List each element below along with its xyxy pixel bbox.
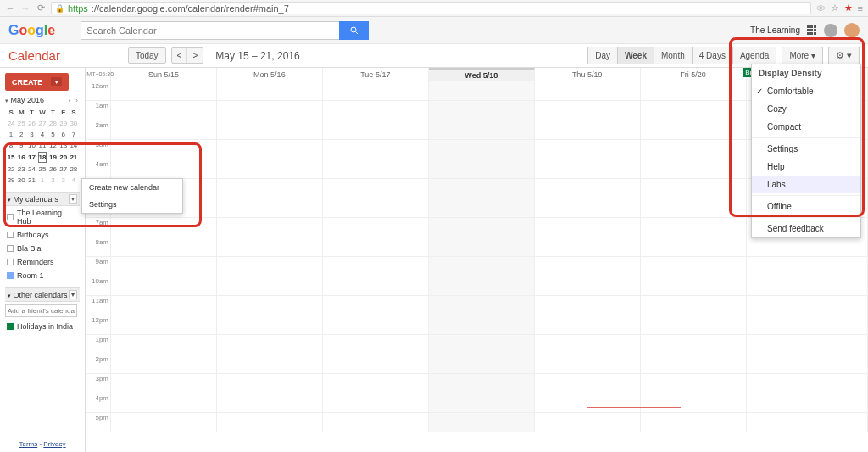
notifications-icon[interactable] xyxy=(824,24,837,37)
view-switcher: Day Week Month 4 Days Agenda xyxy=(587,47,776,64)
view-month[interactable]: Month xyxy=(654,47,693,64)
mini-collapse-icon[interactable]: ▾ xyxy=(5,98,8,103)
main-content: CREATE▼ ▾ May 2016 ‹ › SMTWTFS 242526272… xyxy=(0,68,868,452)
lock-icon: 🔒 xyxy=(55,4,64,13)
mini-calendar-title: ▾ May 2016 ‹ › xyxy=(5,96,80,104)
sidebar: CREATE▼ ▾ May 2016 ‹ › SMTWTFS 242526272… xyxy=(0,68,85,452)
calendar-item-room1[interactable]: Room 1 xyxy=(5,269,80,282)
calendar-label: Room 1 xyxy=(17,271,44,280)
more-menu-button[interactable]: More ▾ xyxy=(782,47,823,64)
density-compact[interactable]: Compact xyxy=(752,118,860,136)
date-nav: < > xyxy=(171,47,204,64)
calendar-label: Reminders xyxy=(17,258,54,266)
calendar-item-reminders[interactable]: Reminders xyxy=(5,255,80,269)
date-range-label: May 15 – 21, 2016 xyxy=(215,50,299,62)
browser-menu-icon[interactable]: ≡ xyxy=(858,3,863,14)
other-calendars-label: Other calendars xyxy=(14,291,68,299)
create-button[interactable]: CREATE▼ xyxy=(5,73,69,91)
menu-settings[interactable]: Settings xyxy=(752,140,860,158)
apps-grid-icon[interactable] xyxy=(807,25,817,36)
calendar-toolbar: Calendar Today < > May 15 – 21, 2016 Day… xyxy=(0,44,868,68)
star-fill-icon[interactable]: ★ xyxy=(844,3,853,14)
day-header-thu[interactable]: Thu 5/19 xyxy=(535,68,641,81)
create-label: CREATE xyxy=(12,78,42,86)
settings-dropdown: Display Density Comfortable Cozy Compact… xyxy=(751,64,861,238)
google-logo[interactable]: Google xyxy=(8,23,55,38)
add-friend-calendar-input[interactable] xyxy=(5,304,77,317)
create-dropdown-icon: ▼ xyxy=(51,77,62,86)
calendar-item-blabla[interactable]: Bla Bla xyxy=(5,242,80,255)
star-outline-icon[interactable]: ☆ xyxy=(831,3,839,14)
day-header-mon[interactable]: Mon 5/16 xyxy=(217,68,323,81)
menu-feedback[interactable]: Send feedback xyxy=(752,220,860,237)
mycal-settings[interactable]: Settings xyxy=(82,196,182,213)
prev-week-button[interactable]: < xyxy=(172,48,188,63)
search-icon xyxy=(349,25,359,36)
url-https: https xyxy=(68,3,88,14)
menu-labs[interactable]: Labs xyxy=(752,176,860,193)
mycal-create-new[interactable]: Create new calendar xyxy=(82,179,182,196)
settings-gear-button[interactable]: ⚙ ▾ xyxy=(828,47,860,64)
my-calendars-menu-icon[interactable]: ▾ xyxy=(69,194,77,204)
view-agenda[interactable]: Agenda xyxy=(733,47,776,64)
terms-link[interactable]: Terms xyxy=(19,440,37,448)
search-box xyxy=(81,21,369,40)
calendar-brand: Calendar xyxy=(8,48,60,63)
calendar-label: Birthdays xyxy=(17,231,49,239)
browser-right-icons: 👁 ☆ ★ ≡ xyxy=(816,3,863,14)
my-calendars-dropdown: Create new calendar Settings xyxy=(81,178,183,214)
mini-nav[interactable]: ‹ › xyxy=(68,97,80,104)
my-calendars-label: My calendars xyxy=(14,195,59,204)
menu-offline[interactable]: Offline xyxy=(752,198,860,215)
density-section-label: Display Density xyxy=(752,64,860,82)
today-button[interactable]: Today xyxy=(128,47,166,64)
day-header-wed[interactable]: Wed 5/18 xyxy=(429,68,535,81)
calendar-item-birthdays[interactable]: Birthdays xyxy=(5,228,80,242)
mini-month-label: May 2016 xyxy=(11,96,45,104)
view-week[interactable]: Week xyxy=(618,47,654,64)
url-rest: ://calendar.google.com/calendar/render#m… xyxy=(92,3,289,14)
density-cozy[interactable]: Cozy xyxy=(752,100,860,118)
view-4days[interactable]: 4 Days xyxy=(693,47,733,64)
search-input[interactable] xyxy=(81,21,339,40)
timezone-label: GMT+05:30 xyxy=(86,68,111,81)
calendar-item-holidays[interactable]: Holidays in India xyxy=(5,320,80,333)
calendar-label: Bla Bla xyxy=(17,244,42,253)
svg-line-1 xyxy=(355,31,358,34)
search-button[interactable] xyxy=(339,21,369,40)
user-name-label: The Learning xyxy=(750,25,800,35)
browser-back-icon[interactable]: ← xyxy=(5,3,15,14)
calendar-label: The Learning Hub xyxy=(17,209,78,226)
browser-url-bar[interactable]: 🔒 https://calendar.google.com/calendar/r… xyxy=(51,2,811,14)
eye-icon[interactable]: 👁 xyxy=(816,3,826,14)
next-week-button[interactable]: > xyxy=(187,48,203,63)
day-header-tue[interactable]: Tue 5/17 xyxy=(323,68,429,81)
mini-calendar[interactable]: SMTWTFS 24252627282930123456789101112131… xyxy=(5,106,80,187)
my-calendars-header[interactable]: ▾ My calendars ▾ xyxy=(5,192,80,206)
view-day[interactable]: Day xyxy=(588,47,618,64)
density-comfortable[interactable]: Comfortable xyxy=(752,82,860,100)
menu-help[interactable]: Help xyxy=(752,158,860,176)
day-header-fri[interactable]: Fri 5/20 xyxy=(641,68,747,81)
browser-forward-icon: → xyxy=(20,3,31,14)
browser-chrome-bar: ← → ⟳ 🔒 https://calendar.google.com/cale… xyxy=(0,0,868,17)
user-area: The Learning xyxy=(750,23,860,38)
svg-point-0 xyxy=(351,27,356,32)
calendar-item-learninghub[interactable]: The Learning Hub xyxy=(5,206,80,228)
other-calendars-header[interactable]: ▾ Other calendars ▾ xyxy=(5,287,80,302)
day-header-sun[interactable]: Sun 5/15 xyxy=(111,68,217,81)
google-header: Google The Learning xyxy=(0,17,868,44)
user-avatar-icon[interactable] xyxy=(844,23,860,38)
calendar-label: Holidays in India xyxy=(17,322,73,331)
other-calendars-menu-icon[interactable]: ▾ xyxy=(69,290,77,299)
browser-reload-icon[interactable]: ⟳ xyxy=(36,3,46,14)
footer-links: Terms - Privacy Terms - Privacy xyxy=(0,440,85,452)
privacy-link[interactable]: Privacy xyxy=(43,440,65,448)
